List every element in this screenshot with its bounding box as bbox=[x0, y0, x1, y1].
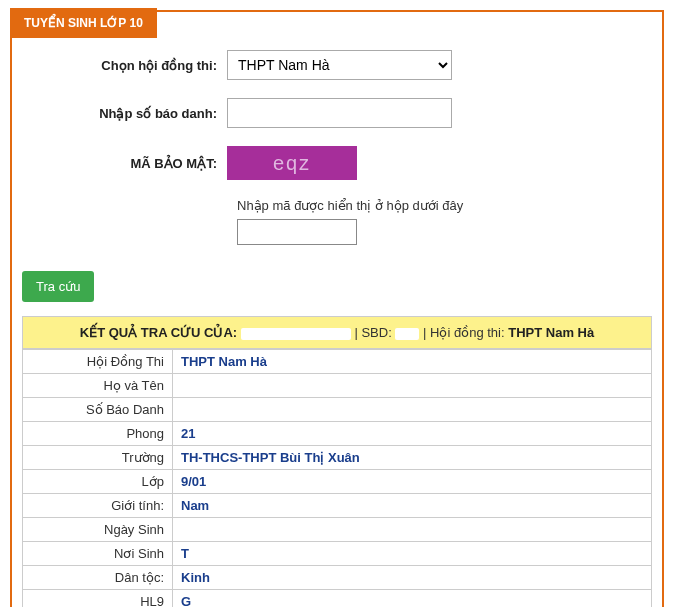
row-key: Dân tộc: bbox=[23, 566, 173, 590]
row-key: HL9 bbox=[23, 590, 173, 608]
result-header-prefix: KẾT QUẢ TRA CỨU CỦA: bbox=[80, 325, 237, 340]
result-header-council-label: Hội đồng thi: bbox=[430, 325, 505, 340]
result-header-sbd-label: SBD: bbox=[361, 325, 391, 340]
row-value: Nam bbox=[173, 494, 652, 518]
captcha-row: MÃ BẢO MẬT: eqz bbox=[32, 146, 642, 180]
row-key: Ngày Sinh bbox=[23, 518, 173, 542]
row-key: Giới tính: bbox=[23, 494, 173, 518]
table-row: TrườngTH-THCS-THPT Bùi Thị Xuân bbox=[23, 446, 652, 470]
row-value bbox=[173, 374, 652, 398]
row-value: 9/01 bbox=[173, 470, 652, 494]
row-value bbox=[173, 518, 652, 542]
captcha-image: eqz bbox=[227, 146, 357, 180]
table-row: Lớp9/01 bbox=[23, 470, 652, 494]
row-key: Nơi Sinh bbox=[23, 542, 173, 566]
sbd-input[interactable] bbox=[227, 98, 452, 128]
row-value: THPT Nam Hà bbox=[173, 350, 652, 374]
row-value: G bbox=[173, 590, 652, 608]
row-key: Trường bbox=[23, 446, 173, 470]
search-button[interactable]: Tra cứu bbox=[22, 271, 94, 302]
captcha-input[interactable] bbox=[237, 219, 357, 245]
row-key: Lớp bbox=[23, 470, 173, 494]
sep2: | bbox=[423, 325, 430, 340]
row-value: 21 bbox=[173, 422, 652, 446]
row-key: Hội Đồng Thi bbox=[23, 350, 173, 374]
lookup-form: Chọn hội đồng thi: THPT Nam Hà Nhập số b… bbox=[12, 20, 662, 271]
row-value bbox=[173, 398, 652, 422]
result-table: Hội Đồng ThiTHPT Nam HàHọ và TênSố Báo D… bbox=[22, 349, 652, 607]
panel-tab: TUYỂN SINH LỚP 10 bbox=[10, 8, 157, 38]
sbd-row: Nhập số báo danh: bbox=[32, 98, 642, 128]
row-value: Kinh bbox=[173, 566, 652, 590]
council-row: Chọn hội đồng thi: THPT Nam Hà bbox=[32, 50, 642, 80]
row-key: Số Báo Danh bbox=[23, 398, 173, 422]
captcha-label: MÃ BẢO MẬT: bbox=[32, 156, 227, 171]
table-row: Nơi SinhT bbox=[23, 542, 652, 566]
row-key: Phong bbox=[23, 422, 173, 446]
table-row: Dân tộc:Kinh bbox=[23, 566, 652, 590]
row-value: T bbox=[173, 542, 652, 566]
council-label: Chọn hội đồng thi: bbox=[32, 58, 227, 73]
admission-panel: TUYỂN SINH LỚP 10 Chọn hội đồng thi: THP… bbox=[10, 10, 664, 607]
table-row: Phong21 bbox=[23, 422, 652, 446]
result-header-name: ————— bbox=[241, 328, 351, 340]
table-row: Giới tính:Nam bbox=[23, 494, 652, 518]
result-header: KẾT QUẢ TRA CỨU CỦA: ————— | SBD: — | Hộ… bbox=[22, 316, 652, 349]
table-row: Số Báo Danh bbox=[23, 398, 652, 422]
sbd-label: Nhập số báo danh: bbox=[32, 106, 227, 121]
captcha-hint: Nhập mã được hiển thị ở hộp dưới đây bbox=[237, 198, 642, 213]
table-row: HL9G bbox=[23, 590, 652, 608]
row-key: Họ và Tên bbox=[23, 374, 173, 398]
table-row: Họ và Tên bbox=[23, 374, 652, 398]
result-header-council: THPT Nam Hà bbox=[508, 325, 594, 340]
table-row: Hội Đồng ThiTHPT Nam Hà bbox=[23, 350, 652, 374]
table-row: Ngày Sinh bbox=[23, 518, 652, 542]
row-value: TH-THCS-THPT Bùi Thị Xuân bbox=[173, 446, 652, 470]
result-header-sbd: — bbox=[395, 328, 419, 340]
council-select[interactable]: THPT Nam Hà bbox=[227, 50, 452, 80]
